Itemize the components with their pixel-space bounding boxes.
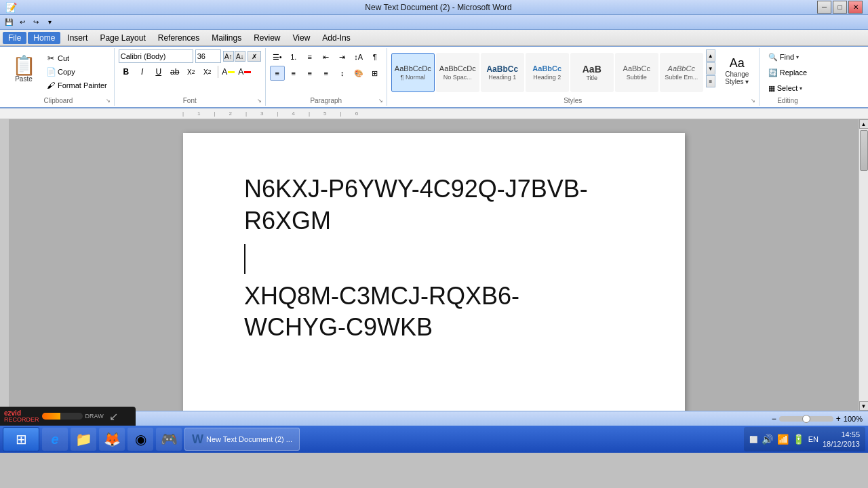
- style-subtle-em[interactable]: AaBbCc Subtle Em...: [660, 53, 703, 92]
- decrease-indent-button[interactable]: ⇤: [319, 49, 334, 64]
- font-size-increase-button[interactable]: A↑: [223, 51, 234, 62]
- menu-home[interactable]: Home: [28, 32, 60, 44]
- line-spacing-button[interactable]: ↕: [335, 66, 350, 81]
- close-button[interactable]: ✕: [848, 1, 863, 14]
- taskbar-firefox-icon[interactable]: 🦊: [99, 428, 125, 451]
- font-size-decrease-button[interactable]: A↓: [235, 51, 245, 62]
- numbering-button[interactable]: 1.: [286, 49, 301, 64]
- taskbar-chrome-icon[interactable]: ◉: [127, 428, 153, 451]
- shading-button[interactable]: 🎨: [351, 66, 366, 81]
- align-center-button[interactable]: ≡: [286, 66, 301, 81]
- redo-quick-button[interactable]: ↪: [30, 16, 42, 28]
- strikethrough-button[interactable]: ab: [167, 64, 182, 79]
- italic-button[interactable]: I: [135, 64, 150, 79]
- change-styles-button[interactable]: Aa ChangeStyles ▾: [719, 49, 755, 92]
- text-highlight-button[interactable]: A: [221, 64, 236, 79]
- menu-pagelayout[interactable]: Page Layout: [94, 32, 151, 44]
- clipboard-expand-icon[interactable]: ↘: [104, 96, 113, 104]
- start-button[interactable]: ⊞: [3, 427, 39, 451]
- menu-view[interactable]: View: [288, 32, 316, 44]
- font-color-button[interactable]: A: [237, 64, 252, 79]
- font-size-select[interactable]: [195, 49, 221, 63]
- scroll-up-button[interactable]: ▲: [859, 119, 869, 129]
- menu-review[interactable]: Review: [248, 32, 285, 44]
- style-subtleem-preview: AaBbCc: [668, 64, 695, 73]
- style-title[interactable]: AaB Title: [570, 53, 614, 92]
- clear-format-button[interactable]: ✗: [248, 51, 261, 62]
- minimize-button[interactable]: ─: [817, 1, 831, 14]
- select-label: Select: [777, 84, 798, 92]
- style-nospace-preview: AaBbCcDc: [439, 64, 476, 73]
- scroll-down-button[interactable]: ▼: [859, 401, 869, 411]
- taskbar-word-app[interactable]: W New Text Document (2) ...: [184, 428, 300, 451]
- align-left-button[interactable]: ≡: [270, 66, 285, 81]
- volume-icon[interactable]: 🔊: [762, 434, 773, 445]
- borders-button[interactable]: ⊞: [368, 66, 382, 81]
- bold-button[interactable]: B: [119, 64, 134, 79]
- network-icon[interactable]: 📶: [777, 434, 789, 445]
- ime-icon[interactable]: EN: [808, 435, 818, 443]
- copy-icon: 📄: [46, 67, 56, 77]
- underline-button[interactable]: U: [151, 64, 166, 79]
- system-clock[interactable]: 14:55 18/12/2013: [823, 430, 860, 449]
- zoom-controls: − + 100%: [772, 414, 863, 424]
- show-hide-button[interactable]: ¶: [368, 49, 382, 64]
- paste-button[interactable]: 📋 Paste: [7, 49, 41, 89]
- document-content[interactable]: N6KXJ-P6YWY-4C92Q-J7BVB- R6XGM XHQ8M-C3M…: [244, 174, 624, 344]
- multilevel-list-button[interactable]: ≡: [302, 49, 317, 64]
- styles-expand-icon[interactable]: ↘: [749, 96, 757, 104]
- vertical-scrollbar[interactable]: ▲ ▼: [859, 119, 868, 411]
- menu-addins[interactable]: Add-Ins: [317, 32, 355, 44]
- superscript-button[interactable]: X2: [200, 64, 215, 79]
- taskbar-balabolka-icon[interactable]: 🎮: [156, 428, 182, 451]
- style-subtitle[interactable]: AaBbCc Subtitle: [615, 53, 658, 92]
- styles-scroll-down[interactable]: ▼: [706, 62, 715, 75]
- document-body[interactable]: N6KXJ-P6YWY-4C92Q-J7BVB- R6XGM XHQ8M-C3M…: [9, 119, 859, 411]
- zoom-slider[interactable]: [779, 416, 833, 422]
- format-painter-button[interactable]: 🖌 Format Painter: [43, 79, 110, 92]
- ezvid-cursor-indicator[interactable]: ↙: [109, 410, 118, 423]
- cut-button[interactable]: ✂ Cut: [43, 52, 110, 64]
- align-right-button[interactable]: ≡: [302, 66, 317, 81]
- sort-button[interactable]: ↕A: [351, 49, 366, 64]
- undo-quick-button[interactable]: ↩: [16, 16, 28, 28]
- save-quick-button[interactable]: 💾: [3, 16, 15, 28]
- styles-scroll-buttons: ▲ ▼ ≡: [706, 49, 715, 96]
- justify-button[interactable]: ≡: [319, 66, 334, 81]
- subscript-button[interactable]: X2: [184, 64, 199, 79]
- increase-indent-button[interactable]: ⇥: [335, 49, 350, 64]
- zoom-thumb[interactable]: [802, 415, 810, 423]
- font-family-select[interactable]: [119, 49, 193, 63]
- bullets-button[interactable]: ☰•: [270, 49, 285, 64]
- battery-icon[interactable]: 🔋: [793, 434, 804, 445]
- taskbar-ie-icon[interactable]: e: [42, 428, 68, 451]
- paragraph-expand-icon[interactable]: ↘: [377, 96, 385, 104]
- zoom-out-button[interactable]: −: [772, 414, 776, 424]
- styles-group-label: Styles: [391, 96, 755, 104]
- more-quick-button[interactable]: ▾: [43, 16, 56, 28]
- show-desktop-icon[interactable]: ⬜: [749, 436, 757, 443]
- style-nospace-label: No Spac...: [443, 74, 472, 81]
- style-normal[interactable]: AaBbCcDc ¶ Normal: [391, 53, 435, 92]
- menu-insert[interactable]: Insert: [62, 32, 93, 44]
- find-button[interactable]: 🔍 Find ▾: [764, 50, 804, 64]
- font-expand-icon[interactable]: ↘: [256, 96, 264, 104]
- balabolka-icon: 🎮: [161, 431, 178, 447]
- style-heading2[interactable]: AaBbCc Heading 2: [526, 53, 569, 92]
- styles-more[interactable]: ≡: [706, 75, 715, 87]
- ribbon-group-paragraph: ☰• 1. ≡ ⇤ ⇥ ↕A ¶ ≡ ≡ ≡ ≡ ↕ 🎨 ⊞: [266, 48, 387, 106]
- style-heading1[interactable]: AaBbCc Heading 1: [481, 53, 524, 92]
- copy-button[interactable]: 📄 Copy: [43, 66, 110, 78]
- menu-file[interactable]: File: [3, 32, 26, 44]
- ezvid-recorder-bar: ezvid RECORDER DRAW ↙: [0, 407, 136, 426]
- zoom-in-button[interactable]: +: [836, 414, 841, 424]
- menu-references[interactable]: References: [153, 32, 205, 44]
- select-button[interactable]: ▦ Select ▾: [764, 81, 808, 96]
- maximize-button[interactable]: □: [833, 1, 847, 14]
- styles-scroll-up[interactable]: ▲: [706, 49, 715, 62]
- style-no-spacing[interactable]: AaBbCcDc No Spac...: [436, 53, 479, 92]
- taskbar-explorer-icon[interactable]: 📁: [71, 428, 96, 451]
- scroll-thumb[interactable]: [860, 130, 868, 171]
- replace-button[interactable]: 🔄 Replace: [764, 66, 812, 80]
- menu-mailings[interactable]: Mailings: [206, 32, 247, 44]
